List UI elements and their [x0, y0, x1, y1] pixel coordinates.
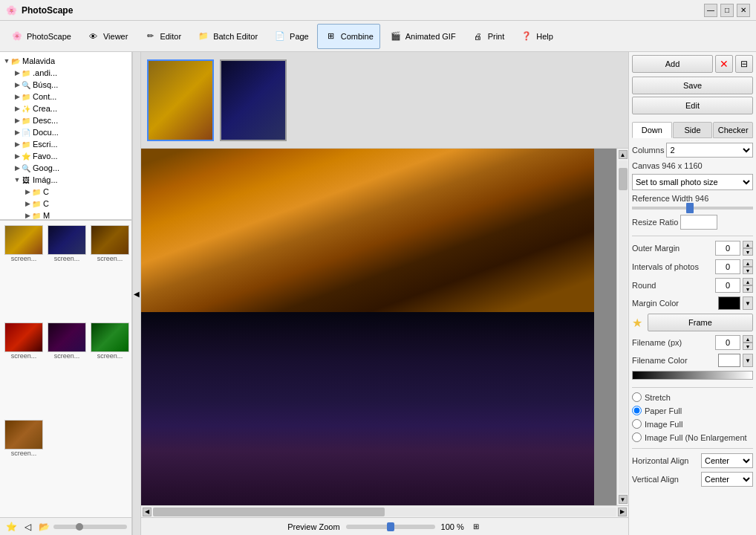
outer-margin-input[interactable] [715, 241, 740, 256]
tab-side[interactable]: Side [673, 122, 713, 138]
tree-item-andi[interactable]: ▶ 📁 .andi... [0, 67, 131, 79]
toolbar-help[interactable]: ❓ Help [512, 24, 560, 49]
thumb-label: screen... [91, 352, 129, 360]
editor-icon: ✏ [143, 29, 157, 44]
toolbar-combine[interactable]: ⊞ Combine [317, 24, 380, 49]
zoom-slider[interactable] [53, 525, 127, 529]
columns-select[interactable]: 234 [666, 143, 753, 158]
toolbar-editor[interactable]: ✏ Editor [136, 24, 188, 49]
v-align-select[interactable]: CenterTopBottom [701, 472, 753, 487]
outer-margin-spinner: ▲ ▼ [743, 241, 753, 256]
minimize-button[interactable]: — [704, 4, 717, 17]
thumb-6[interactable]: screen... [89, 321, 131, 417]
tree-item-busq[interactable]: ▶ 🔍 Búsq... [0, 79, 131, 91]
collapse-icon: ▶ [24, 200, 31, 207]
round-up[interactable]: ▲ [743, 278, 753, 285]
tree-item-malavida[interactable]: ▼ 📂 Malavida [0, 55, 131, 67]
toolbar-gif[interactable]: 🎬 Animated GIF [382, 24, 463, 49]
margin-color-dropdown[interactable]: ▼ [743, 296, 753, 310]
h-align-select[interactable]: CenterLeftRight [701, 453, 753, 468]
expand-icon[interactable]: ⊞ [470, 521, 482, 533]
intervals-up[interactable]: ▲ [743, 259, 753, 267]
tree-item-crea[interactable]: ▶ ✨ Crea... [0, 103, 131, 114]
tree-item-goog[interactable]: ▶ 🔍 Goog... [0, 162, 131, 174]
zoom-thumb[interactable] [76, 523, 83, 531]
scroll-down-button[interactable]: ▼ [619, 495, 628, 504]
filename-color-row: Filename Color ▼ [632, 354, 753, 367]
tree-item-imag[interactable]: ▼ 🖼 Imág... [0, 174, 131, 186]
zoom-slider-thumb[interactable] [387, 522, 394, 531]
resize-ratio-label: Resize Ratio [632, 218, 678, 227]
tree-item-escri[interactable]: ▶ 📁 Escri... [0, 138, 131, 150]
add-photo-icon[interactable]: ⭐ [4, 520, 18, 534]
filename-input[interactable] [715, 335, 740, 350]
size-preset-select[interactable]: Set to small photo size [632, 174, 753, 190]
thumb-7[interactable]: screen... [3, 418, 45, 514]
reference-slider-thumb[interactable] [686, 203, 694, 213]
tab-down[interactable]: Down [632, 122, 672, 138]
filename-color-dropdown[interactable]: ▼ [743, 354, 753, 367]
tree-item-c2[interactable]: ▶ 📁 C [0, 198, 131, 210]
thumb-image [4, 322, 43, 352]
resize-ratio-input[interactable]: 100% [680, 215, 717, 230]
radio-paper-full[interactable] [632, 406, 642, 415]
maximize-button[interactable]: □ [720, 4, 734, 17]
scroll-right-button[interactable]: ▶ [618, 508, 627, 516]
toolbar-page[interactable]: 📄 Page [266, 24, 316, 49]
arrow-icon[interactable]: ◁ [21, 520, 34, 534]
intervals-down[interactable]: ▼ [743, 267, 753, 274]
edit-button[interactable]: Edit [632, 97, 753, 114]
tree-item-favo[interactable]: ▶ ⭐ Favo... [0, 150, 131, 162]
round-input[interactable] [715, 278, 740, 293]
preview-thumb-1[interactable] [147, 59, 214, 141]
radio-image-full[interactable] [632, 419, 642, 429]
thumb-3[interactable]: screen... [89, 224, 131, 320]
tree-item-docu[interactable]: ▶ 📄 Docu... [0, 126, 131, 138]
add-button[interactable]: Add [632, 55, 713, 73]
h-scroll-thumb[interactable] [153, 508, 385, 516]
filename-up[interactable]: ▲ [743, 335, 753, 343]
thumb-4[interactable]: screen... [3, 321, 45, 417]
frame-button[interactable]: Frame [648, 314, 753, 331]
save-button[interactable]: Save [632, 77, 753, 94]
outer-margin-down[interactable]: ▼ [743, 248, 753, 256]
round-down[interactable]: ▼ [743, 285, 753, 293]
thumb-5[interactable]: screen... [46, 321, 88, 417]
toolbar-viewer[interactable]: 👁 Viewer [79, 24, 134, 49]
color-gradient-bar[interactable] [632, 371, 753, 380]
thumb-2[interactable]: screen... [46, 224, 88, 320]
radio-stretch[interactable] [632, 392, 642, 402]
delete-button[interactable]: ✕ [715, 55, 733, 73]
scroll-thumb[interactable] [619, 168, 628, 190]
horizontal-scrollbar[interactable]: ◀ ▶ [141, 505, 628, 517]
tree-item-m[interactable]: ▶ 📁 M [0, 210, 131, 219]
close-button[interactable]: ✕ [737, 4, 750, 17]
folder-open-icon[interactable]: 📂 [37, 520, 50, 534]
tree-item-c1[interactable]: ▶ 📁 C [0, 186, 131, 198]
toolbar-print[interactable]: 🖨 Print [464, 24, 512, 49]
copy-button[interactable]: ⊟ [735, 55, 753, 73]
margin-color-swatch[interactable] [718, 296, 740, 310]
intervals-input[interactable] [715, 259, 740, 274]
scroll-up-button[interactable]: ▲ [619, 150, 628, 159]
preview-main[interactable] [141, 149, 616, 505]
preview-thumb-2[interactable] [220, 59, 287, 141]
star-folder-icon: ✨ [21, 103, 31, 114]
filename-color-swatch[interactable] [718, 354, 740, 367]
scroll-left-button[interactable]: ◀ [143, 508, 151, 516]
tree-item-desc[interactable]: ▶ 📁 Desc... [0, 114, 131, 126]
vertical-scrollbar[interactable]: ▲ ▼ [616, 149, 628, 505]
toolbar-batch[interactable]: 📁 Batch Editor [189, 24, 264, 49]
print-icon: 🖨 [471, 29, 486, 44]
preview-scroll[interactable] [141, 149, 616, 505]
radio-image-no-enlarge[interactable] [632, 432, 642, 442]
reference-slider[interactable] [632, 207, 753, 210]
zoom-slider[interactable] [346, 525, 435, 529]
tree-item-cont[interactable]: ▶ 📁 Cont... [0, 91, 131, 103]
sidebar-collapse[interactable]: ◀ [132, 52, 141, 535]
filename-down[interactable]: ▼ [743, 343, 753, 350]
toolbar-photoscape[interactable]: 🌸 PhotoScape [3, 24, 78, 49]
thumb-1[interactable]: screen... [3, 224, 45, 320]
tab-checker[interactable]: Checker [713, 122, 753, 138]
outer-margin-up[interactable]: ▲ [743, 241, 753, 248]
